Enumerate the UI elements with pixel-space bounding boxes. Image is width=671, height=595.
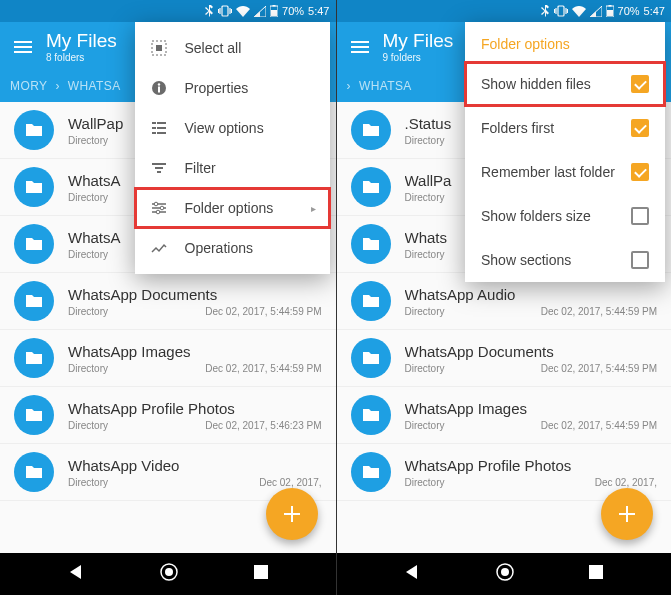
list-item[interactable]: WhatsApp ImagesDirectoryDec 02, 2017, 5:… — [337, 387, 672, 444]
item-name: WhatsApp Video — [68, 457, 322, 474]
chevron-right-icon: › — [55, 79, 59, 93]
svg-rect-12 — [152, 122, 156, 124]
item-name: WhatsApp Profile Photos — [405, 457, 658, 474]
signal-icon — [590, 6, 602, 17]
list-item[interactable]: WhatsApp DocumentsDirectoryDec 02, 2017,… — [0, 273, 336, 330]
menu-label: View options — [185, 120, 316, 136]
battery-percent: 70% — [282, 5, 304, 17]
view-icon — [149, 120, 169, 136]
item-date: Dec 02, 2017, 5:44:59 PM — [541, 420, 657, 431]
folder-icon — [351, 167, 391, 207]
item-name: WhatsApp Profile Photos — [68, 400, 322, 417]
wifi-icon — [236, 6, 250, 17]
nav-recents-icon[interactable] — [253, 564, 269, 584]
svg-rect-13 — [157, 122, 166, 124]
item-type: Directory — [405, 192, 445, 203]
list-item[interactable]: WhatsApp Profile PhotosDirectoryDec 02, … — [0, 387, 336, 444]
item-type: Directory — [68, 477, 108, 488]
breadcrumb-seg: MORY — [10, 79, 47, 93]
folder-icon — [14, 167, 54, 207]
option-label: Show hidden files — [481, 76, 591, 92]
checkbox-icon[interactable] — [631, 163, 649, 181]
checkbox-icon[interactable] — [631, 119, 649, 137]
nav-recents-icon[interactable] — [588, 564, 604, 584]
folder-icon — [351, 452, 391, 492]
menu-select-all[interactable]: Select all — [135, 28, 330, 68]
svg-rect-17 — [157, 132, 166, 134]
item-type: Directory — [405, 477, 445, 488]
item-type: Directory — [68, 249, 108, 260]
svg-point-11 — [157, 83, 159, 85]
svg-rect-24 — [558, 6, 564, 16]
svg-rect-15 — [157, 127, 166, 129]
svg-point-5 — [165, 568, 173, 576]
checkbox-icon[interactable] — [631, 251, 649, 269]
item-type: Directory — [405, 420, 445, 431]
item-name: WhatsApp Images — [68, 343, 322, 360]
opt-show-sections[interactable]: Show sections — [465, 238, 665, 282]
svg-rect-27 — [607, 10, 613, 16]
svg-rect-18 — [152, 163, 166, 165]
app-subtitle: 9 folders — [383, 52, 454, 63]
menu-label: Select all — [185, 40, 316, 56]
fab-add-button[interactable] — [266, 488, 318, 540]
battery-icon — [606, 5, 614, 17]
nav-back-icon[interactable] — [67, 563, 85, 585]
item-name: WhatsApp Images — [405, 400, 658, 417]
svg-rect-0 — [222, 6, 228, 16]
nav-home-icon[interactable] — [159, 562, 179, 586]
menu-view-options[interactable]: View options — [135, 108, 330, 148]
list-item[interactable]: WhatsApp ImagesDirectoryDec 02, 2017, 5:… — [0, 330, 336, 387]
opt-folders-first[interactable]: Folders first — [465, 106, 665, 150]
menu-folder-options[interactable]: Folder options ▸ — [135, 188, 330, 228]
menu-label: Properties — [185, 80, 316, 96]
checkbox-icon[interactable] — [631, 75, 649, 93]
opt-remember-folder[interactable]: Remember last folder — [465, 150, 665, 194]
svg-rect-8 — [156, 45, 162, 51]
opt-show-size[interactable]: Show folders size — [465, 194, 665, 238]
item-date: Dec 02, 2017, 5:44:59 PM — [205, 306, 321, 317]
nav-bar — [337, 553, 672, 595]
vibrate-icon — [218, 5, 232, 17]
chevron-right-icon: ▸ — [311, 203, 316, 214]
opt-show-hidden[interactable]: Show hidden files — [465, 62, 665, 106]
folder-options-menu: Folder options Show hidden files Folders… — [465, 22, 665, 282]
sliders-icon — [149, 200, 169, 216]
folder-icon — [14, 110, 54, 150]
plus-icon — [281, 503, 303, 525]
hamburger-icon[interactable] — [351, 41, 369, 53]
item-name: WhatsApp Audio — [405, 286, 658, 303]
battery-percent: 70% — [618, 5, 640, 17]
folder-icon — [351, 224, 391, 264]
folder-options-title: Folder options — [465, 22, 665, 62]
item-type: Directory — [68, 135, 108, 146]
menu-properties[interactable]: Properties — [135, 68, 330, 108]
filter-icon — [149, 160, 169, 176]
fab-add-button[interactable] — [601, 488, 653, 540]
vibrate-icon — [554, 5, 568, 17]
nav-home-icon[interactable] — [495, 562, 515, 586]
item-type: Directory — [68, 420, 108, 431]
nav-back-icon[interactable] — [403, 563, 421, 585]
svg-point-22 — [160, 206, 164, 210]
chevron-right-icon: › — [347, 79, 351, 93]
folder-icon — [14, 338, 54, 378]
bluetooth-icon — [541, 5, 550, 17]
signal-icon — [254, 6, 266, 17]
menu-operations[interactable]: Operations — [135, 228, 330, 268]
list-item[interactable]: WhatsApp DocumentsDirectoryDec 02, 2017,… — [337, 330, 672, 387]
svg-rect-16 — [152, 132, 156, 134]
svg-point-29 — [501, 568, 509, 576]
checkbox-icon[interactable] — [631, 207, 649, 225]
option-label: Show sections — [481, 252, 571, 268]
status-bar: 70% 5:47 — [337, 0, 672, 22]
phone-right: 70% 5:47 My Files 9 folders › WHATSA .St… — [336, 0, 672, 595]
menu-filter[interactable]: Filter — [135, 148, 330, 188]
item-date: Dec 02, 2017, 5:44:59 PM — [541, 306, 657, 317]
item-date: Dec 02, 2017, — [259, 477, 321, 488]
nav-bar — [0, 553, 336, 595]
folder-icon — [351, 281, 391, 321]
clock-time: 5:47 — [644, 5, 665, 17]
hamburger-icon[interactable] — [14, 41, 32, 53]
svg-rect-14 — [152, 127, 156, 129]
